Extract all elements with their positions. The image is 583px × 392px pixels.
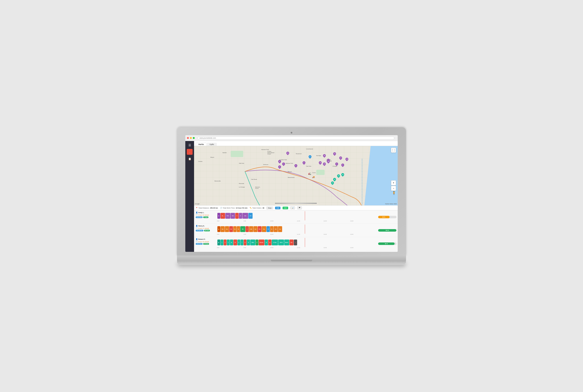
sidebar-item-document[interactable]: 📋 xyxy=(187,156,193,162)
progress-area-andy: 62 % xyxy=(377,210,398,224)
block-andy-1: Di... xyxy=(220,213,225,219)
map-label-elmhurst: Elmhurst xyxy=(263,164,268,165)
app-container: ☰ 📍 📋 Harita xyxy=(185,141,398,252)
block-robert-3: 3 xyxy=(227,240,230,245)
progress-bar-harry: 100 % xyxy=(378,229,396,232)
block-robert-5: Pr xyxy=(233,240,237,245)
pegman-icon[interactable]: 🧍 xyxy=(392,191,396,195)
block-robert-13: 10 xyxy=(265,240,268,245)
time-labels-andy: 8:00 9:00 10:00 11:00 12:00 13:00 xyxy=(217,220,377,223)
traffic-lights xyxy=(187,137,195,139)
route-name-harry: 👤 Harry A. xyxy=(196,225,215,227)
block-harry-11: Ura xyxy=(262,226,266,232)
route-name-robert: 👤 Robert F. xyxy=(196,238,215,240)
map-tabs: Harita Uydu xyxy=(194,141,398,146)
block-harry-1: Sut xyxy=(220,226,225,232)
map-error-report[interactable]: Harita hatası bildir xyxy=(385,203,397,204)
map-label-villa: Villa Park xyxy=(239,163,244,164)
route-info-harry: 👤 Harry A. 🕐 6 hour 17 minute 142.00 km xyxy=(194,224,217,237)
route-time-harry: 🕐 6 hour 17 minute xyxy=(196,228,215,229)
map-label-norridge: Norridge xyxy=(316,155,321,156)
time-11-harry: 11:00 xyxy=(297,234,324,236)
route-badges-andy: 60.00 km 7 Unit xyxy=(196,216,215,218)
badge-unit-robert: 15 Unit xyxy=(203,243,209,245)
map-label-wayne: Wayne xyxy=(210,157,214,158)
url-text: www.yourwebsite.com xyxy=(199,137,216,139)
time-10-andy: 10:00 xyxy=(270,220,297,223)
block-harry-14: Chi xyxy=(274,226,278,232)
laptop-base xyxy=(177,256,406,262)
zoom-out-button[interactable]: − xyxy=(391,186,396,191)
park-area-1 xyxy=(231,151,243,157)
badge-unit-harry: 16 Unit xyxy=(204,230,210,232)
document-icon: 📋 xyxy=(188,158,191,160)
add-button[interactable]: Add xyxy=(283,206,288,209)
clock-icon-robert: 🕐 xyxy=(196,241,198,242)
block-harry-0: ▶ xyxy=(217,226,220,232)
map-label-bartlett: Bartlett xyxy=(223,152,227,153)
map-label-riverside: Riverside xyxy=(239,183,244,184)
time-10-robert: 10:00 xyxy=(270,247,297,250)
time-labels-robert: 8:00 9:00 10:00 11:00 12:00 13:00 xyxy=(217,247,377,250)
map-label-warrenville: Warrenville xyxy=(214,180,221,182)
stats-bar: 📍 Total Distance: 250.00 km 🕐 Total Work… xyxy=(194,205,398,210)
route-info-andy: 👤 Andy L. 🕐 2 hour 44 minute 60.00 km 7 xyxy=(194,210,217,224)
block-robert-2: 2 xyxy=(224,240,227,245)
screen-area: www.yourwebsite.com ☰ 📍 📋 xyxy=(185,135,398,252)
block-andy-3: Kdi xyxy=(230,213,235,219)
time-13-harry: 13:00 xyxy=(350,234,377,236)
block-robert-6: 6 xyxy=(237,240,240,245)
time-8-harry: 8:00 xyxy=(217,234,244,236)
time-13-andy: 13:00 xyxy=(350,220,377,223)
clock-icon-andy: 🕐 xyxy=(196,214,198,216)
screen-bezel: www.yourwebsite.com ☰ 📍 📋 xyxy=(177,127,406,256)
close-button[interactable] xyxy=(187,137,189,139)
block-harry-9: Koi xyxy=(253,226,258,232)
zoom-in-button[interactable]: + xyxy=(391,180,396,186)
person-icon-harry: 👤 xyxy=(196,225,198,227)
browser-chrome: www.yourwebsite.com xyxy=(185,135,398,141)
block-robert-10: Wilis xyxy=(250,240,255,245)
sidebar-item-map[interactable]: 📍 xyxy=(187,149,193,155)
clock-icon: 🕐 xyxy=(220,207,222,209)
chart-button[interactable]: 📊 xyxy=(290,206,295,209)
block-robert-14: 11 xyxy=(268,240,272,245)
progress-bar-robert: 90 % xyxy=(378,242,395,245)
url-bar[interactable]: www.yourwebsite.com xyxy=(198,136,394,140)
laptop-bottom xyxy=(177,262,406,265)
badge-km-andy: 60.00 km xyxy=(196,216,203,218)
block-harry-8: Adk xyxy=(249,226,253,232)
edit-button[interactable]: Edit xyxy=(275,206,280,209)
google-attribution: Google xyxy=(195,203,200,204)
route-row-robert: 👤 Robert F. 🕐 4 hour 32 minute 46.00 km xyxy=(194,237,398,250)
stat-distance: 📍 Total Distance: 250.00 km xyxy=(196,207,218,209)
route-row-harry: 👤 Harry A. 🕐 6 hour 17 minute 142.00 km xyxy=(194,224,398,237)
fullscreen-button[interactable]: ⛶ xyxy=(391,148,396,153)
block-robert-4: Nr xyxy=(230,240,233,245)
timeline-inner-robert: ▶ 1 2 3 Nr Pr 6 7 8 xyxy=(217,238,377,250)
block-andy-4: 4 xyxy=(235,213,239,219)
timeline-robert[interactable]: ▶ 1 2 3 Nr Pr 6 7 8 xyxy=(217,237,377,250)
tab-harita[interactable]: Harita xyxy=(196,143,207,146)
tab-uydu[interactable]: Uydu xyxy=(207,143,217,146)
timeline-andy[interactable]: ▶ Di... Dick Kdi 4 5 Adv 110 xyxy=(217,210,377,224)
block-harry-12: 10 xyxy=(267,226,270,232)
minimize-button[interactable] xyxy=(190,137,192,139)
time-12-andy: 12:00 xyxy=(324,220,350,223)
hamburger-menu[interactable]: ☰ xyxy=(187,143,193,148)
route-time-robert: 🕐 4 hour 32 minute xyxy=(196,241,215,242)
time-labels-harry: 8:00 9:00 10:00 11:00 12:00 13:00 xyxy=(217,234,377,236)
block-robert-0: ▶ xyxy=(217,240,220,245)
maximize-button[interactable] xyxy=(193,137,195,139)
map-label-oakpark: Oak Park xyxy=(306,166,311,167)
timeline-harry[interactable]: ▶ Sut Em Eb 4b 4c Wh c Adk xyxy=(217,224,377,237)
progress-container-andy: 62 % xyxy=(378,216,396,218)
time-12-harry: 12:00 xyxy=(324,234,350,236)
flag-button[interactable]: 🏴 xyxy=(297,206,302,209)
block-andy-7: 110 xyxy=(248,213,253,219)
stops-button[interactable]: Stops xyxy=(266,206,273,209)
map-label-ohare: O'HareInternationalAirport xyxy=(267,151,274,154)
map-label-charles: Charles xyxy=(198,161,203,162)
truck-icon-2: 🚚 xyxy=(312,176,315,178)
map-area[interactable]: GroveVillage Hanover Park Bartlett Wayne… xyxy=(194,146,398,205)
